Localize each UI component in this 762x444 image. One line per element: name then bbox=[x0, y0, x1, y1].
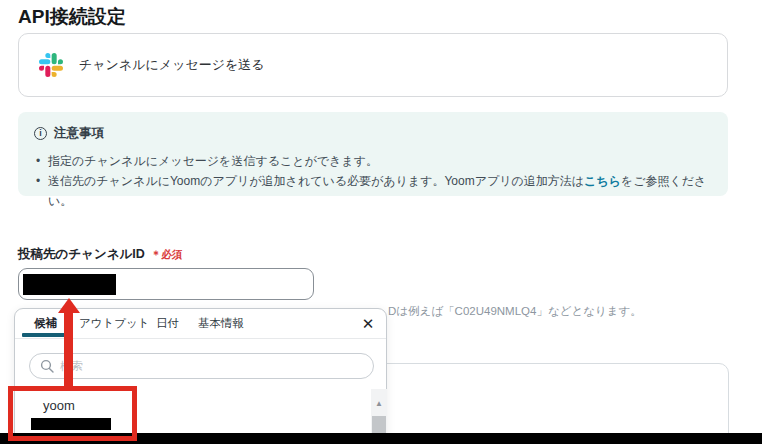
channel-id-help-text: Dは例えば「C02U49NMLQ4」などとなります。 bbox=[388, 304, 642, 319]
channel-id-label-row: 投稿先のチャンネルID ＊必須 bbox=[18, 246, 182, 263]
search-icon bbox=[40, 359, 54, 373]
notice-title: 注意事項 bbox=[54, 125, 104, 142]
required-badge: ＊必須 bbox=[151, 248, 183, 263]
annotation-highlight-box bbox=[8, 386, 137, 441]
notice-list: 指定のチャンネルにメッセージを送信することができます。 送信先のチャンネルにYo… bbox=[34, 151, 712, 211]
scroll-up-icon[interactable]: ▲ bbox=[371, 399, 387, 408]
active-tab-underline bbox=[22, 333, 67, 337]
kochira-link[interactable]: こちら bbox=[584, 174, 621, 188]
action-card-label: チャンネルにメッセージを送る bbox=[79, 56, 265, 74]
action-card[interactable]: チャンネルにメッセージを送る bbox=[18, 33, 728, 97]
notice-box: i 注意事項 指定のチャンネルにメッセージを送信することができます。 送信先のチ… bbox=[18, 112, 728, 196]
scrollbar-thumb[interactable] bbox=[372, 416, 386, 434]
annotation-arrow-shaft bbox=[64, 312, 73, 387]
annotation-arrow-icon bbox=[58, 298, 80, 313]
close-icon[interactable]: ✕ bbox=[356, 312, 380, 336]
slack-icon bbox=[39, 53, 63, 77]
tab-output[interactable]: アウトプット bbox=[79, 309, 150, 338]
info-circle-icon: i bbox=[34, 127, 47, 140]
tab-date[interactable]: 日付 bbox=[156, 309, 179, 338]
page-title: API接続設定 bbox=[18, 4, 126, 30]
message-body-box[interactable] bbox=[340, 363, 729, 444]
notice-bullet-text: 送信先のチャンネルにYoomのアプリが追加されている必要があります。Yoomアプ… bbox=[48, 174, 584, 188]
redacted-input-value bbox=[23, 274, 116, 295]
dropdown-search-input[interactable]: 検索 bbox=[29, 353, 374, 379]
tab-basic-info[interactable]: 基本情報 bbox=[198, 309, 244, 338]
notice-bullet: 指定のチャンネルにメッセージを送信することができます。 bbox=[34, 151, 712, 171]
channel-id-label: 投稿先のチャンネルID bbox=[18, 246, 145, 263]
notice-bullet: 送信先のチャンネルにYoomのアプリが追加されている必要があります。Yoomアプ… bbox=[34, 171, 712, 211]
